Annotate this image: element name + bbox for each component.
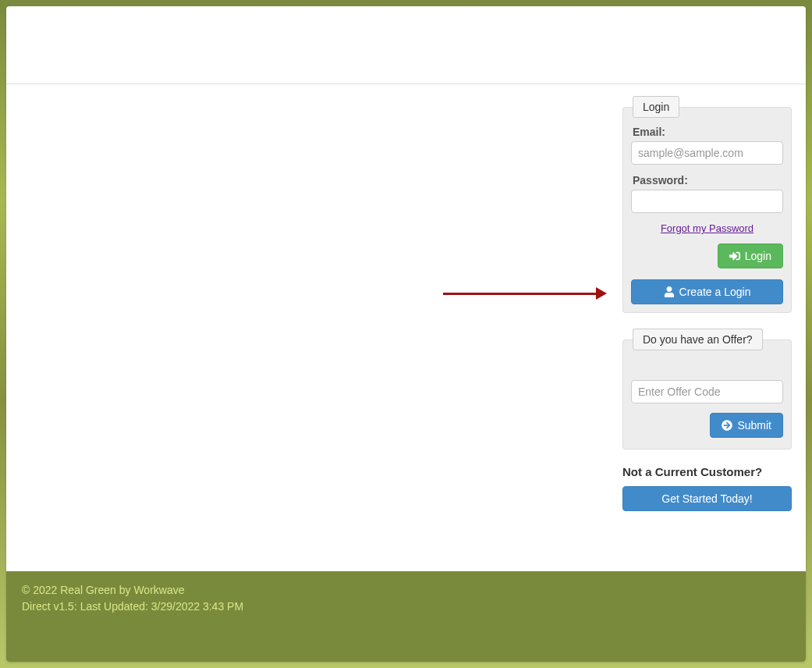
- password-label: Password:: [633, 174, 783, 187]
- get-started-button[interactable]: Get Started Today!: [622, 486, 792, 511]
- footer-version: Direct v1.5: Last Updated: 3/29/2022 3:4…: [22, 599, 790, 615]
- sidebar: Login Email: Password: Forgot my Passwor…: [622, 84, 806, 556]
- login-button[interactable]: Login: [718, 243, 783, 268]
- offer-code-field[interactable]: [631, 380, 783, 403]
- offer-legend: Do you have an Offer?: [633, 329, 763, 350]
- main-area: [6, 84, 622, 556]
- login-button-label: Login: [745, 250, 771, 262]
- password-field[interactable]: [631, 190, 783, 213]
- submit-offer-button[interactable]: Submit: [710, 413, 783, 438]
- footer: © 2022 Real Green by Workwave Direct v1.…: [6, 571, 806, 662]
- footer-copyright: © 2022 Real Green by Workwave: [22, 582, 790, 599]
- app-container: Login Email: Password: Forgot my Passwor…: [6, 6, 806, 662]
- login-legend: Login: [633, 96, 679, 118]
- email-label: Email:: [633, 126, 783, 138]
- not-customer-section: Not a Current Customer? Get Started Toda…: [622, 465, 792, 511]
- header-banner: [6, 6, 806, 84]
- login-panel: Login Email: Password: Forgot my Passwor…: [622, 96, 792, 313]
- submit-offer-label: Submit: [737, 419, 771, 432]
- get-started-label: Get Started Today!: [661, 492, 752, 505]
- not-customer-heading: Not a Current Customer?: [622, 465, 792, 478]
- email-field[interactable]: [631, 141, 783, 165]
- arrow-right-icon: [722, 420, 732, 431]
- create-login-label: Create a Login: [679, 286, 751, 298]
- create-login-button[interactable]: Create a Login: [631, 279, 783, 304]
- sign-in-icon: [729, 250, 740, 261]
- offer-panel: Do you have an Offer? Submit: [622, 329, 792, 449]
- user-icon: [664, 286, 675, 297]
- forgot-password-link[interactable]: Forgot my Password: [631, 222, 783, 234]
- annotation-arrow: [443, 289, 607, 298]
- content-row: Login Email: Password: Forgot my Passwor…: [6, 84, 806, 571]
